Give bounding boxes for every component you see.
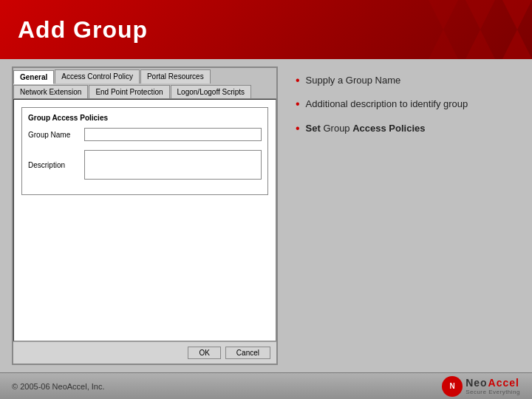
dialog-panel: General Access Control Policy Portal Res…: [12, 66, 278, 365]
chevron-icon-3: [488, 0, 532, 59]
tab-end-point-protection[interactable]: End Point Protection: [89, 85, 169, 98]
set-word: Set: [306, 123, 321, 134]
tab-access-control-policy[interactable]: Access Control Policy: [55, 69, 140, 83]
bullet-icon-2: •: [296, 96, 300, 112]
logo-tagline: Secure Everything: [466, 389, 520, 395]
group-name-row: Group Name: [28, 128, 262, 141]
info-panel: • Supply a Group Name • Additional descr…: [290, 66, 520, 365]
chevron-icon-1: [414, 0, 458, 59]
info-item-1: • Supply a Group Name: [296, 74, 514, 89]
page-header: Add Group: [0, 0, 532, 59]
bullet-icon-1: •: [296, 72, 300, 89]
description-input[interactable]: [84, 150, 262, 180]
footer-logo: N Neo Accel Secure Everything: [442, 376, 520, 397]
tab-network-extension[interactable]: Network Extension: [13, 85, 88, 98]
info-item-2: • Additional description to identify gro…: [296, 98, 514, 112]
info-item-3: • Set Group Access Policies: [296, 122, 514, 137]
logo-icon: N: [442, 376, 463, 397]
tab-general[interactable]: General: [13, 70, 54, 84]
cancel-button[interactable]: Cancel: [225, 347, 270, 359]
tab-bar: General Access Control Policy Portal Res…: [13, 68, 276, 99]
info-text-1: Supply a Group Name: [306, 74, 401, 87]
group-name-input[interactable]: [84, 128, 262, 141]
tab-portal-resources[interactable]: Portal Resources: [140, 69, 211, 83]
ok-button[interactable]: OK: [188, 347, 220, 359]
group-name-label: Group Name: [28, 131, 80, 139]
group-policies-legend: Group Access Policies: [28, 114, 262, 122]
dialog-buttons: OK Cancel: [13, 341, 276, 364]
tab-logon-logoff-scripts[interactable]: Logon/Logoff Scripts: [171, 85, 252, 98]
info-text-3: Set Group Access Policies: [306, 122, 426, 135]
page-title: Add Group: [18, 16, 148, 44]
logo-brand: Neo Accel: [466, 377, 520, 389]
form-area: Group Access Policies Group Name Descrip…: [13, 99, 276, 341]
logo-text-block: Neo Accel Secure Everything: [466, 377, 520, 395]
description-label: Description: [28, 161, 80, 169]
chevron-icon-2: [451, 0, 495, 59]
info-text-2: Additional description to identify group: [306, 98, 468, 111]
footer-copyright: © 2005-06 NeoAccel, Inc.: [12, 382, 105, 391]
logo-neo: Neo: [466, 377, 487, 389]
header-chevrons: [421, 0, 532, 59]
group-policies-box: Group Access Policies Group Name Descrip…: [21, 107, 268, 195]
logo-accel: Accel: [488, 377, 519, 389]
access-policies-word: Access Policies: [352, 123, 425, 134]
footer: © 2005-06 NeoAccel, Inc. N Neo Accel Sec…: [0, 372, 532, 399]
info-list: • Supply a Group Name • Additional descr…: [296, 74, 514, 146]
description-row: Description: [28, 150, 262, 180]
bullet-icon-3: •: [296, 120, 300, 137]
main-content: General Access Control Policy Portal Res…: [0, 59, 532, 372]
